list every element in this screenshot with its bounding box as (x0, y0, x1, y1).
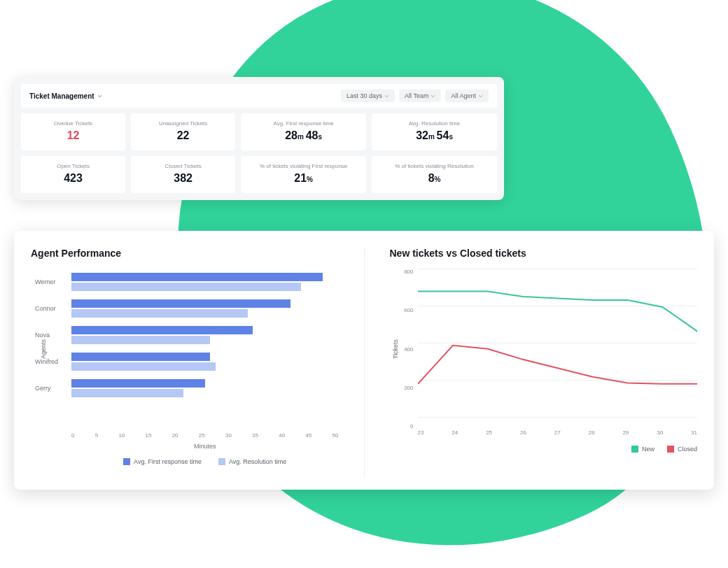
chevron-down-icon (384, 94, 389, 99)
yaxis-ticks: 8006004002000 (398, 269, 414, 429)
kpi-card: Closed Tickets382 (131, 156, 235, 193)
bar-segment (71, 273, 323, 281)
bar-segment (71, 326, 253, 334)
tick: 0 (71, 432, 74, 439)
bar-segment (71, 309, 248, 318)
kpi-card: % of tickets violating Resolution8% (372, 156, 497, 193)
bar-row: Nova (71, 322, 339, 348)
bar-segment (71, 299, 290, 308)
legend-swatch (667, 446, 674, 453)
bar-category-label: Winifred (35, 358, 58, 365)
ticket-management-card: Ticket Management Last 30 days All Team … (14, 77, 504, 200)
kpi-card: Ovedue Tickets12 (21, 113, 125, 150)
bar-segment (71, 379, 205, 388)
tick: 40 (279, 432, 285, 439)
filter-agent[interactable]: All Agent (445, 90, 489, 102)
chevron-down-icon (97, 94, 102, 99)
tick: 0 (398, 423, 414, 429)
bar-row: Werner (71, 269, 339, 295)
tick: 45 (305, 432, 312, 439)
kpi-card: Avg. Resolution time32m 54s (372, 113, 497, 150)
tick: 24 (451, 429, 458, 436)
line-svg (418, 269, 698, 409)
kpi-value: 12 (27, 129, 120, 142)
tick: 25 (199, 432, 205, 439)
bar-segment (71, 362, 216, 371)
tick: 27 (554, 429, 561, 436)
kpi-value: 423 (27, 172, 120, 185)
card-title-dropdown[interactable]: Ticket Management (29, 92, 102, 100)
legend-swatch (123, 458, 130, 465)
bar-row: Connor (71, 295, 339, 322)
kpi-value: 32m 54s (377, 129, 491, 142)
kpi-label: Closed Tickets (136, 163, 230, 169)
kpi-value: 382 (136, 172, 230, 185)
kpi-grid: Ovedue Tickets12Unassigned Tickets22Avg.… (21, 113, 497, 193)
tick: 31 (691, 429, 697, 436)
kpi-card: Unassigned Tickets22 (131, 113, 235, 150)
kpi-label: Open Tickets (27, 163, 120, 169)
kpi-value: 21% (246, 172, 360, 185)
panel-divider (364, 248, 365, 477)
xaxis-label: Minutes (31, 443, 339, 450)
tick: 30 (225, 432, 232, 439)
card-header: Ticket Management Last 30 days All Team … (21, 84, 497, 108)
kpi-label: Unassigned Tickets (136, 120, 230, 127)
kpi-label: % of tickets violating First response (246, 163, 360, 169)
bar-segment (71, 353, 210, 361)
tick: 28 (589, 429, 595, 436)
kpi-card: % of tickets violating First response21% (241, 156, 366, 193)
filter-date-range[interactable]: Last 30 days (341, 90, 395, 102)
legend-item: Avg. Resolution time (218, 458, 286, 465)
bar-row: Winifred (71, 348, 339, 375)
kpi-label: Avg. First response time (246, 120, 360, 127)
bar-category-label: Gerry (35, 385, 51, 392)
bar-chart: Agents WernerConnorNovaWinifredGerry (31, 269, 339, 429)
tick: 200 (398, 385, 414, 391)
kpi-card: Avg. First response time28m 48s (241, 113, 366, 150)
line-series (418, 291, 698, 331)
yaxis-label: Agents (40, 339, 47, 359)
kpi-label: Avg. Resolution time (377, 120, 491, 127)
legend-item: Avg. First response time (123, 458, 202, 465)
kpi-value: 8% (377, 172, 491, 185)
bar-segment (71, 389, 183, 397)
kpi-value: 28m 48s (246, 129, 360, 142)
tick: 50 (332, 432, 339, 439)
bar-category-label: Nova (35, 332, 50, 339)
legend-item: Closed (667, 446, 697, 453)
legend-swatch (218, 458, 225, 465)
legend-item: New (631, 446, 654, 453)
chevron-down-icon (478, 94, 483, 99)
filter-team[interactable]: All Team (399, 90, 441, 102)
tick: 400 (398, 346, 414, 353)
line-series (418, 346, 698, 384)
kpi-label: % of tickets violating Resolution (377, 163, 491, 169)
tick: 10 (118, 432, 125, 439)
bar-category-label: Werner (35, 278, 55, 285)
kpi-label: Ovedue Tickets (27, 120, 120, 127)
tick: 26 (520, 429, 526, 436)
tick: 5 (95, 432, 98, 439)
card-title: Ticket Management (29, 92, 94, 100)
tick: 29 (622, 429, 629, 436)
chevron-down-icon (430, 94, 435, 99)
tick: 20 (172, 432, 178, 439)
bar-legend: Avg. First response time Avg. Resolution… (31, 458, 339, 465)
tick: 23 (418, 429, 424, 436)
tick: 800 (398, 269, 414, 275)
tickets-line-panel: New tickets vs Closed tickets Tickets 80… (390, 248, 698, 477)
kpi-value: 22 (136, 129, 230, 142)
tick: 35 (252, 432, 258, 439)
tick: 25 (486, 429, 492, 436)
bar-row: Gerry (71, 375, 339, 402)
bar-segment (71, 283, 301, 291)
xaxis-ticks: 05101520253035404550 (31, 432, 339, 439)
panel-title: Agent Performance (31, 248, 339, 259)
line-legend: New Closed (390, 446, 698, 453)
performance-card: Agent Performance Agents WernerConnorNov… (14, 231, 714, 490)
tick: 600 (398, 307, 414, 313)
line-chart: Tickets 8006004002000 (390, 269, 698, 429)
legend-swatch (631, 446, 638, 453)
bar-category-label: Connor (35, 305, 56, 312)
